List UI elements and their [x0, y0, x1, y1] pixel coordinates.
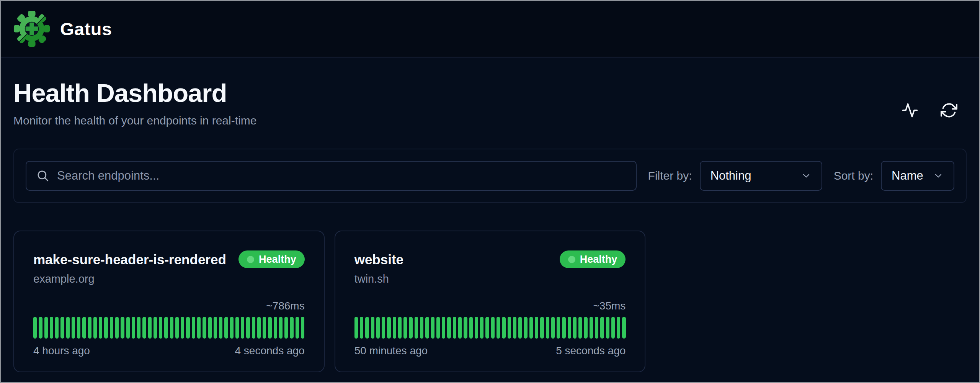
uptime-bar[interactable]	[296, 317, 299, 339]
uptime-bar[interactable]	[393, 317, 396, 339]
uptime-bar[interactable]	[214, 317, 217, 339]
uptime-bar[interactable]	[485, 317, 489, 339]
uptime-bar[interactable]	[382, 317, 385, 339]
uptime-bar[interactable]	[137, 317, 140, 339]
uptime-bar[interactable]	[154, 317, 157, 339]
uptime-bar[interactable]	[403, 317, 407, 339]
uptime-bar[interactable]	[44, 317, 48, 339]
uptime-bar[interactable]	[557, 317, 560, 339]
uptime-bar[interactable]	[99, 317, 102, 339]
uptime-bar[interactable]	[88, 317, 91, 339]
uptime-bar[interactable]	[126, 317, 130, 339]
uptime-bar[interactable]	[535, 317, 538, 339]
uptime-bar[interactable]	[611, 317, 615, 339]
uptime-bar[interactable]	[409, 317, 412, 339]
uptime-bar[interactable]	[246, 317, 250, 339]
uptime-bar[interactable]	[551, 317, 555, 339]
uptime-bar[interactable]	[284, 317, 288, 339]
uptime-bar[interactable]	[371, 317, 374, 339]
uptime-bar[interactable]	[279, 317, 283, 339]
uptime-bar[interactable]	[252, 317, 255, 339]
uptime-bar[interactable]	[219, 317, 222, 339]
uptime-bar[interactable]	[546, 317, 549, 339]
uptime-bar[interactable]	[186, 317, 189, 339]
filter-select[interactable]: Nothing	[700, 161, 822, 191]
uptime-bar[interactable]	[376, 317, 380, 339]
uptime-bar[interactable]	[436, 317, 440, 339]
uptime-bar[interactable]	[33, 317, 37, 339]
uptime-bar[interactable]	[274, 317, 277, 339]
uptime-bar[interactable]	[453, 317, 456, 339]
uptime-bar[interactable]	[241, 317, 244, 339]
uptime-bar[interactable]	[415, 317, 418, 339]
uptime-bar[interactable]	[568, 317, 571, 339]
search-input[interactable]	[57, 169, 626, 183]
uptime-bar[interactable]	[203, 317, 206, 339]
uptime-bar[interactable]	[224, 317, 228, 339]
uptime-bar[interactable]	[208, 317, 212, 339]
sort-select[interactable]: Name	[881, 161, 954, 191]
uptime-bar[interactable]	[606, 317, 609, 339]
uptime-bar[interactable]	[93, 317, 97, 339]
uptime-bar[interactable]	[365, 317, 369, 339]
uptime-bar[interactable]	[181, 317, 184, 339]
endpoint-card[interactable]: make-sure-header-is-rendered example.org…	[13, 231, 325, 372]
uptime-bar[interactable]	[590, 317, 593, 339]
uptime-bar[interactable]	[230, 317, 234, 339]
uptime-bar[interactable]	[354, 317, 358, 339]
activity-status-button[interactable]	[899, 100, 921, 121]
uptime-bar[interactable]	[192, 317, 195, 339]
uptime-bar[interactable]	[518, 317, 522, 339]
uptime-bar[interactable]	[263, 317, 266, 339]
uptime-bar[interactable]	[420, 317, 423, 339]
uptime-bar[interactable]	[387, 317, 390, 339]
uptime-bar[interactable]	[502, 317, 505, 339]
uptime-bar[interactable]	[175, 317, 179, 339]
uptime-bar[interactable]	[540, 317, 544, 339]
uptime-bar[interactable]	[132, 317, 135, 339]
uptime-bar[interactable]	[398, 317, 402, 339]
uptime-bar[interactable]	[497, 317, 500, 339]
uptime-bar[interactable]	[475, 317, 478, 339]
refresh-button[interactable]	[938, 100, 960, 121]
uptime-bar[interactable]	[447, 317, 451, 339]
uptime-bar[interactable]	[164, 317, 168, 339]
uptime-bar[interactable]	[104, 317, 108, 339]
uptime-bar[interactable]	[513, 317, 516, 339]
uptime-bar[interactable]	[121, 317, 124, 339]
uptime-bar[interactable]	[529, 317, 533, 339]
uptime-bar[interactable]	[578, 317, 582, 339]
uptime-bar[interactable]	[360, 317, 363, 339]
uptime-bar[interactable]	[290, 317, 293, 339]
uptime-bar[interactable]	[562, 317, 565, 339]
uptime-bar[interactable]	[442, 317, 445, 339]
uptime-bar[interactable]	[235, 317, 239, 339]
uptime-bar[interactable]	[508, 317, 511, 339]
uptime-bar[interactable]	[82, 317, 86, 339]
uptime-bar[interactable]	[480, 317, 483, 339]
uptime-bar[interactable]	[622, 317, 626, 339]
uptime-bar[interactable]	[77, 317, 80, 339]
uptime-bar[interactable]	[55, 317, 59, 339]
uptime-bar[interactable]	[617, 317, 620, 339]
uptime-bar[interactable]	[431, 317, 434, 339]
uptime-bar[interactable]	[148, 317, 152, 339]
uptime-bar[interactable]	[197, 317, 201, 339]
uptime-bar[interactable]	[110, 317, 113, 339]
uptime-bar[interactable]	[159, 317, 162, 339]
uptime-bar[interactable]	[72, 317, 75, 339]
uptime-bar[interactable]	[464, 317, 467, 339]
uptime-bar[interactable]	[268, 317, 271, 339]
uptime-bar[interactable]	[425, 317, 429, 339]
brand-home-link[interactable]: Gatus	[13, 10, 112, 47]
uptime-bar[interactable]	[584, 317, 587, 339]
uptime-bar[interactable]	[66, 317, 70, 339]
uptime-bar[interactable]	[50, 317, 53, 339]
uptime-bar[interactable]	[257, 317, 261, 339]
uptime-bar[interactable]	[600, 317, 604, 339]
uptime-bar[interactable]	[170, 317, 173, 339]
uptime-bar[interactable]	[595, 317, 598, 339]
uptime-bar[interactable]	[39, 317, 42, 339]
uptime-bar[interactable]	[60, 317, 64, 339]
uptime-bar[interactable]	[469, 317, 473, 339]
